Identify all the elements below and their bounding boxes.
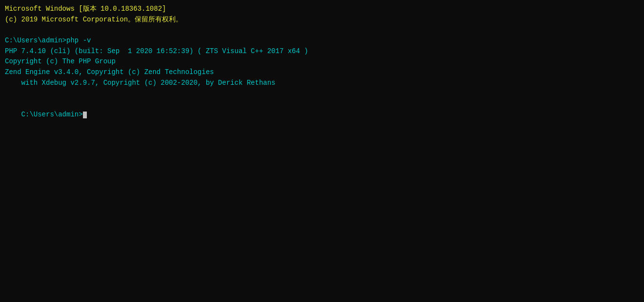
- php-command-line: C:\Users\admin>php -v: [5, 36, 639, 46]
- zend-engine-line: Zend Engine v3.4.0, Copyright (c) Zend T…: [5, 67, 639, 78]
- windows-version-line: Microsoft Windows [版本 10.0.18363.1082]: [5, 4, 639, 15]
- empty-line-2: [5, 89, 639, 99]
- terminal-window[interactable]: Microsoft Windows [版本 10.0.18363.1082] (…: [0, 0, 644, 302]
- cursor-blink: [83, 112, 87, 118]
- final-prompt-line: C:\Users\admin>: [5, 99, 639, 131]
- xdebug-line: with Xdebug v2.9.7, Copyright (c) 2002-2…: [5, 78, 639, 89]
- php-copyright-line: Copyright (c) The PHP Group: [5, 57, 639, 67]
- php-version-line: PHP 7.4.10 (cli) (built: Sep 1 2020 16:5…: [5, 46, 639, 57]
- empty-line-1: [5, 25, 639, 36]
- ms-copyright-line: (c) 2019 Microsoft Corporation。保留所有权利。: [5, 15, 639, 25]
- prompt-text: C:\Users\admin>: [21, 111, 83, 118]
